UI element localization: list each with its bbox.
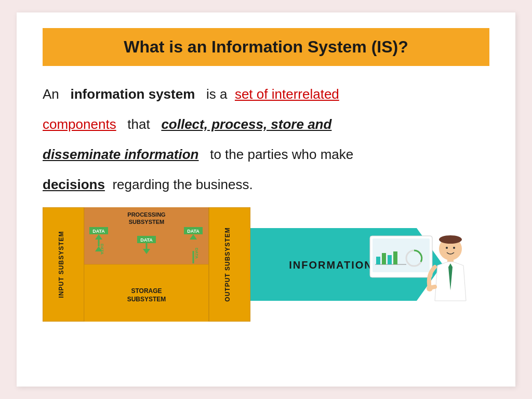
- svg-rect-33: [393, 251, 397, 264]
- svg-point-41: [427, 285, 433, 291]
- svg-text:INPUT SUBSYSTEM: INPUT SUBSYSTEM: [58, 231, 65, 298]
- svg-text:SUBSYSTEM: SUBSYSTEM: [129, 219, 164, 225]
- svg-text:INFORMATION: INFORMATION: [289, 259, 373, 271]
- text-collect-process: collect, process, store and: [161, 116, 331, 132]
- svg-rect-32: [388, 255, 392, 264]
- svg-point-37: [446, 247, 448, 249]
- body-line2: components that collect, process, store …: [43, 112, 489, 137]
- svg-text:OUTPUT SUBSYSTEM: OUTPUT SUBSYSTEM: [224, 228, 231, 302]
- body-line3: disseminate information to the parties w…: [43, 142, 489, 167]
- svg-text:STORAGE: STORAGE: [131, 287, 162, 295]
- body-line4: decisions regarding the business.: [43, 172, 489, 197]
- svg-text:DATA: DATA: [140, 237, 153, 243]
- slide: What is an Information System (IS)? An i…: [17, 12, 515, 387]
- is-diagram-svg: INPUT SUBSYSTEM PROCESSING SUBSYSTEM DAT…: [43, 207, 250, 322]
- body-paragraph: An information system is a set of interr…: [43, 82, 489, 107]
- title-box: What is an Information System (IS)?: [43, 28, 489, 66]
- text-information-system: information system: [70, 86, 195, 102]
- slide-title: What is an Information System (IS)?: [124, 37, 408, 56]
- right-section: INFORMATION: [250, 207, 469, 322]
- info-section-svg: INFORMATION: [250, 207, 469, 322]
- text-an: An: [43, 86, 59, 102]
- svg-text:SUBSYSTEM: SUBSYSTEM: [127, 296, 166, 303]
- svg-rect-30: [376, 257, 380, 264]
- text-to-the-parties: to the parties who make: [210, 147, 353, 162]
- svg-text:DATA: DATA: [194, 248, 199, 259]
- svg-text:DATA: DATA: [187, 229, 200, 234]
- svg-rect-31: [382, 253, 386, 264]
- link-set-interrelated[interactable]: set of interrelated: [235, 86, 339, 102]
- text-decisions: decisions: [43, 177, 105, 192]
- text-is-a: is a: [206, 86, 227, 102]
- svg-text:DATA: DATA: [100, 244, 104, 255]
- text-regarding: regarding the business.: [112, 177, 252, 192]
- link-components[interactable]: components: [43, 116, 116, 132]
- diagram-container: INPUT SUBSYSTEM PROCESSING SUBSYSTEM DAT…: [43, 207, 489, 322]
- text-disseminate: disseminate information: [43, 147, 199, 162]
- text-that: that: [127, 116, 150, 132]
- svg-point-38: [453, 247, 455, 249]
- svg-text:PROCESSING: PROCESSING: [127, 211, 165, 218]
- svg-point-36: [439, 235, 462, 244]
- svg-text:DATA: DATA: [92, 229, 105, 234]
